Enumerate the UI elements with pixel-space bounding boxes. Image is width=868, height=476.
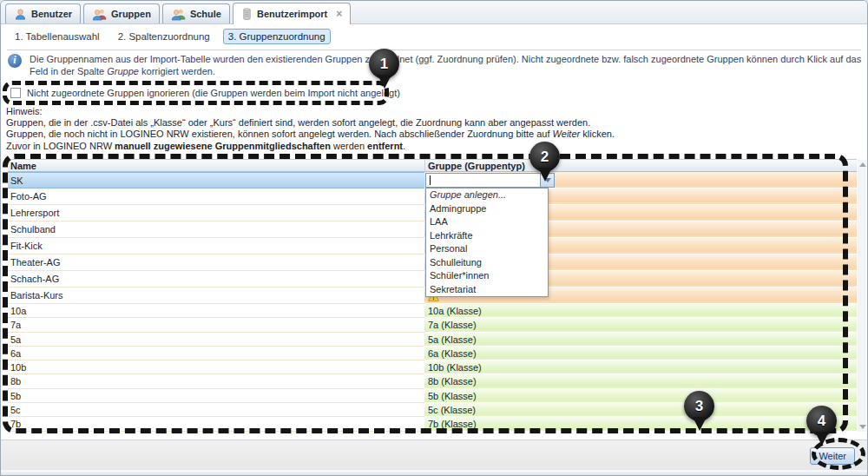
cell-group-mapping[interactable]: 5a (Klasse) bbox=[424, 333, 857, 347]
table-row: 5b5b (Klasse) bbox=[8, 389, 857, 403]
hinweis-title: Hinweis: bbox=[6, 106, 857, 117]
annotation-badge-4: 4 bbox=[806, 406, 837, 436]
table-row: 8b8b (Klasse) bbox=[8, 374, 857, 388]
cell-group-name[interactable]: Barista-Kurs bbox=[8, 288, 424, 304]
group-combobox-input[interactable] bbox=[426, 174, 540, 187]
footer-bar: Weiter bbox=[1, 440, 867, 469]
scroll-down-icon[interactable] bbox=[859, 425, 866, 429]
table-row: 7a7a (Klasse) bbox=[8, 318, 857, 332]
wizard-step-2[interactable]: 2. Spaltenzuordnung bbox=[113, 29, 215, 44]
cell-group-name[interactable]: Theater-AG bbox=[8, 255, 424, 271]
ignore-groups-label: Nicht zugeordnete Gruppen ignorieren (di… bbox=[27, 88, 400, 98]
divider bbox=[7, 50, 861, 50]
hinweis-line2: Gruppen, die noch nicht in LOGINEO NRW e… bbox=[6, 129, 857, 140]
cell-group-mapping[interactable]: 6a (Klasse) bbox=[424, 347, 857, 360]
wizard-step-3[interactable]: 3. Gruppenzuordnung bbox=[223, 29, 331, 44]
mapped-group-value: 5a (Klasse) bbox=[428, 334, 477, 345]
table-row: SK bbox=[8, 172, 857, 188]
info-bar: i Die Gruppennamen aus der Import-Tabell… bbox=[8, 54, 862, 77]
wizard-step-1[interactable]: 1. Tabellenauswahl bbox=[10, 29, 105, 44]
cell-group-name[interactable]: Foto-AG bbox=[8, 188, 424, 205]
dropdown-option[interactable]: Lehrkräfte bbox=[426, 229, 548, 243]
hinweis-line1: Gruppen, die in der .csv-Datei als „Klas… bbox=[6, 117, 857, 129]
cell-group-name[interactable]: 10b bbox=[8, 360, 424, 374]
column-header-name: Name bbox=[8, 160, 424, 171]
mapped-group-value: 10a (Klasse) bbox=[428, 306, 482, 316]
app-window: BenutzerGruppenSchuleBenutzerimport× 1. … bbox=[0, 0, 868, 476]
window-bottom-edge bbox=[1, 469, 867, 476]
mapped-group-value: 7a (Klasse) bbox=[428, 320, 477, 330]
cell-group-mapping[interactable]: 5b (Klasse) bbox=[424, 389, 857, 403]
tab-label: Gruppen bbox=[111, 9, 151, 19]
cell-group-mapping[interactable]: 10a (Klasse) bbox=[424, 304, 857, 318]
info-icon: i bbox=[8, 54, 22, 68]
cell-group-mapping[interactable]: 7a (Klasse) bbox=[424, 318, 857, 332]
dropdown-option[interactable]: Personal bbox=[426, 242, 548, 256]
dropdown-option[interactable]: Admingruppe bbox=[426, 202, 548, 216]
group-combobox[interactable] bbox=[425, 173, 555, 188]
group-dropdown-list: Gruppe anlegen...AdmingruppeLAALehrkräft… bbox=[425, 188, 549, 297]
text-cursor bbox=[430, 175, 431, 185]
cell-group-name[interactable]: 5c bbox=[8, 403, 424, 417]
scroll-up-icon[interactable] bbox=[859, 162, 866, 167]
cell-group-name[interactable]: Schach-AG bbox=[8, 271, 424, 288]
tab-label: Schule bbox=[190, 9, 221, 19]
dropdown-option[interactable]: LAA bbox=[426, 215, 548, 229]
mapped-group-value: 8b (Klasse) bbox=[428, 376, 477, 387]
table-row: 10b10b (Klasse) bbox=[8, 360, 857, 374]
tab-bar: BenutzerGruppenSchuleBenutzerimport× bbox=[1, 1, 867, 24]
table-scrollbar[interactable] bbox=[858, 160, 866, 432]
table-row: 5a5a (Klasse) bbox=[8, 333, 857, 347]
cell-group-mapping[interactable]: 10b (Klasse) bbox=[424, 360, 857, 374]
table-row: 7b7b (Klasse) bbox=[8, 417, 857, 431]
cell-group-name[interactable]: 7a bbox=[8, 318, 424, 332]
users-red-icon bbox=[92, 8, 107, 21]
cell-group-name[interactable]: Fit-Kick bbox=[8, 238, 424, 255]
tab-label: Benutzerimport bbox=[257, 9, 327, 19]
cell-group-name[interactable]: 6a bbox=[8, 347, 424, 360]
cell-group-name[interactable]: 10a bbox=[8, 304, 424, 318]
ignore-groups-checkbox[interactable] bbox=[10, 88, 21, 98]
tab-gruppen[interactable]: Gruppen bbox=[83, 3, 160, 23]
table-header: Name Gruppe (Gruppentyp) bbox=[8, 159, 857, 172]
dropdown-option[interactable]: Sekretariat bbox=[426, 283, 548, 297]
import-icon bbox=[241, 8, 253, 20]
mapped-group-value: 7b (Klasse) bbox=[428, 419, 477, 429]
annotation-badge-1: 1 bbox=[369, 49, 399, 79]
tab-schule[interactable]: Schule bbox=[162, 3, 230, 23]
annotation-badge-3: 3 bbox=[684, 391, 714, 421]
annotation-badge-2: 2 bbox=[529, 142, 560, 172]
ignore-groups-row: Nicht zugeordnete Gruppen ignorieren (di… bbox=[10, 88, 400, 98]
user-icon bbox=[14, 8, 27, 21]
cell-group-name[interactable]: Lehrersport bbox=[8, 205, 424, 221]
cell-group-name[interactable]: Schulband bbox=[8, 221, 424, 238]
cell-group-mapping[interactable]: 8b (Klasse) bbox=[424, 374, 857, 388]
cell-group-mapping[interactable]: 7b (Klasse) bbox=[424, 417, 857, 431]
cell-group-name[interactable]: 5b bbox=[8, 389, 424, 403]
cell-group-name[interactable]: 5a bbox=[8, 333, 424, 347]
hinweis-line3: Zuvor in LOGINEO NRW manuell zugewiesene… bbox=[6, 141, 857, 152]
wizard-steps: 1. Tabellenauswahl2. Spaltenzuordnung3. … bbox=[10, 29, 331, 44]
mapped-group-value: 5c (Klasse) bbox=[428, 405, 476, 415]
cell-group-name[interactable]: SK bbox=[8, 172, 424, 188]
dropdown-option[interactable]: Gruppe anlegen... bbox=[426, 188, 548, 202]
cell-group-name[interactable]: 8b bbox=[8, 374, 424, 388]
cell-group-mapping[interactable] bbox=[424, 172, 857, 188]
hinweis-block: Hinweis: Gruppen, die in der .csv-Datei … bbox=[6, 106, 857, 152]
dropdown-option[interactable]: Schüler*innen bbox=[426, 269, 548, 283]
cell-group-mapping[interactable]: 5c (Klasse) bbox=[424, 403, 857, 417]
mapped-group-value: 5b (Klasse) bbox=[428, 391, 477, 401]
users-green-icon bbox=[171, 8, 186, 21]
mapped-group-value: 10b (Klasse) bbox=[428, 362, 482, 373]
column-header-group: Gruppe (Gruppentyp) bbox=[424, 160, 857, 171]
info-text: Die Gruppennamen aus der Import-Tabelle … bbox=[30, 54, 862, 77]
tab-benutzer[interactable]: Benutzer bbox=[5, 3, 81, 23]
tab-label: Benutzer bbox=[31, 9, 72, 19]
table-row: 5c5c (Klasse) bbox=[8, 403, 857, 417]
dropdown-option[interactable]: Schulleitung bbox=[426, 256, 548, 270]
cell-group-name[interactable]: 7b bbox=[8, 417, 424, 431]
table-row: 10a10a (Klasse) bbox=[8, 304, 857, 318]
table-row: 6a6a (Klasse) bbox=[8, 347, 857, 360]
tab-benutzerimport[interactable]: Benutzerimport× bbox=[233, 3, 351, 24]
tab-close-icon[interactable]: × bbox=[336, 10, 342, 18]
